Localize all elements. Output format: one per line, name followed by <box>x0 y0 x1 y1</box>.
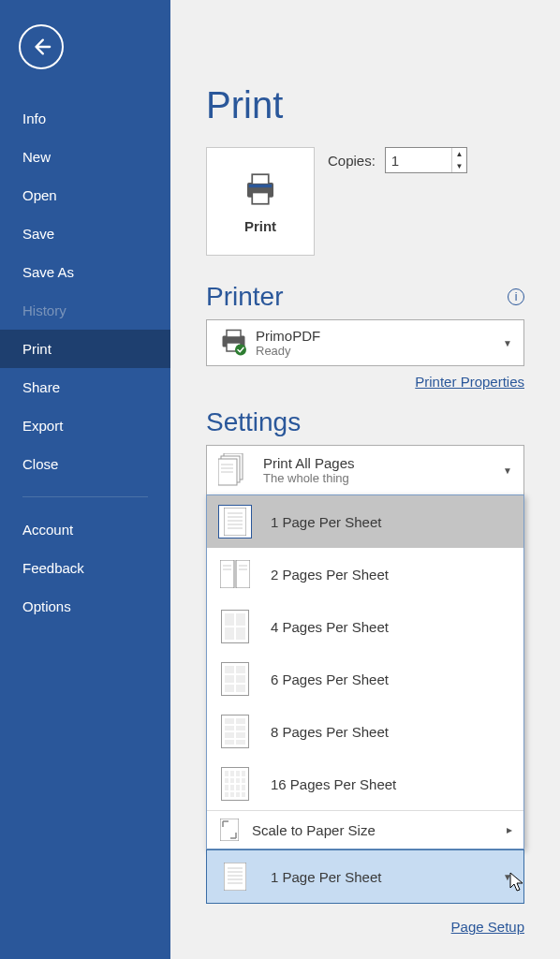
nav-share[interactable]: Share <box>0 368 170 406</box>
copies-spinner[interactable]: ▲ ▼ <box>385 147 467 173</box>
back-button[interactable] <box>19 24 64 69</box>
nav-new[interactable]: New <box>0 138 170 176</box>
print-range-selector[interactable]: Print All Pages The whole thing ▼ <box>206 445 524 494</box>
menu-label: 16 Pages Per Sheet <box>271 776 396 792</box>
menu-item-scale-to-paper[interactable]: Scale to Paper Size ▸ <box>207 811 523 848</box>
menu-label: 4 Pages Per Sheet <box>271 619 389 635</box>
copies-up[interactable]: ▲ <box>452 148 466 160</box>
selected-label: 1 Page Per Sheet <box>271 869 503 885</box>
svg-point-7 <box>235 345 246 356</box>
printer-ready-icon <box>218 329 256 357</box>
menu-label: 2 Pages Per Sheet <box>271 567 389 583</box>
menu-label: 6 Pages Per Sheet <box>271 671 389 687</box>
svg-rect-27 <box>224 863 246 891</box>
nav-divider <box>22 496 148 497</box>
nav-list: Info New Open Save Save As History Print… <box>0 99 170 626</box>
nav-account[interactable]: Account <box>0 510 170 549</box>
page-1up-icon <box>218 505 252 539</box>
page-2up-icon <box>218 557 252 591</box>
nav-open[interactable]: Open <box>0 176 170 214</box>
nav-close[interactable]: Close <box>0 445 170 483</box>
pages-per-sheet-menu: 1 Page Per Sheet 2 Pages Per Sheet 4 Pag… <box>206 494 524 849</box>
page-8up-icon <box>218 715 252 748</box>
nav-save-as[interactable]: Save As <box>0 253 170 291</box>
svg-rect-1 <box>252 174 269 184</box>
copies-input[interactable] <box>386 148 451 172</box>
printer-name: PrimoPDF <box>256 328 503 344</box>
print-button[interactable]: Print <box>206 147 315 256</box>
settings-heading: Settings <box>206 407 301 437</box>
printer-icon <box>241 170 280 209</box>
pages-per-sheet-selector[interactable]: 1 Page Per Sheet ▼ <box>206 849 524 904</box>
page-16up-icon <box>218 767 252 801</box>
print-button-label: Print <box>244 218 276 234</box>
menu-item-8-per-sheet[interactable]: 8 Pages Per Sheet <box>207 705 523 758</box>
nav-history: History <box>0 291 170 330</box>
svg-rect-21 <box>236 560 250 588</box>
page-4up-icon <box>218 610 252 643</box>
menu-item-2-per-sheet[interactable]: 2 Pages Per Sheet <box>207 548 523 600</box>
printer-info-icon[interactable]: i <box>508 288 524 305</box>
nav-save[interactable]: Save <box>0 214 170 253</box>
scale-icon <box>218 819 241 841</box>
menu-label: 8 Pages Per Sheet <box>271 724 389 740</box>
nav-print[interactable]: Print <box>0 330 170 368</box>
back-arrow-icon <box>31 37 52 57</box>
backstage-sidebar: Info New Open Save Save As History Print… <box>0 0 170 959</box>
menu-item-4-per-sheet[interactable]: 4 Pages Per Sheet <box>207 600 523 653</box>
page-setup-link[interactable]: Page Setup <box>451 919 524 935</box>
nav-options[interactable]: Options <box>0 587 170 626</box>
menu-item-6-per-sheet[interactable]: 6 Pages Per Sheet <box>207 653 523 705</box>
page-1up-icon <box>218 860 252 893</box>
printer-selector[interactable]: PrimoPDF Ready ▼ <box>206 319 524 366</box>
nav-feedback[interactable]: Feedback <box>0 549 170 587</box>
submenu-arrow-icon: ▸ <box>507 823 512 836</box>
chevron-down-icon: ▼ <box>503 465 512 476</box>
nav-info[interactable]: Info <box>0 99 170 138</box>
copies-label: Copies: <box>328 153 376 169</box>
menu-item-1-per-sheet[interactable]: 1 Page Per Sheet <box>207 495 523 548</box>
printer-heading: Printer <box>206 282 283 312</box>
cursor-icon <box>508 871 527 893</box>
pages-stack-icon <box>218 453 263 487</box>
copies-down[interactable]: ▼ <box>452 160 466 172</box>
nav-export[interactable]: Export <box>0 406 170 445</box>
printer-status: Ready <box>256 344 503 358</box>
svg-rect-20 <box>220 560 234 588</box>
svg-rect-2 <box>252 192 269 203</box>
print-range-sub: The whole thing <box>263 471 503 485</box>
menu-item-16-per-sheet[interactable]: 16 Pages Per Sheet <box>207 758 523 810</box>
printer-properties-link[interactable]: Printer Properties <box>415 374 524 390</box>
svg-rect-3 <box>249 184 273 187</box>
scale-label: Scale to Paper Size <box>252 822 376 838</box>
svg-rect-14 <box>224 508 246 536</box>
page-title: Print <box>206 84 560 126</box>
print-panel: Print Print Copies: ▲ ▼ Printer i <box>170 0 560 959</box>
menu-label: 1 Page Per Sheet <box>271 514 381 530</box>
print-range-label: Print All Pages <box>263 455 503 471</box>
page-6up-icon <box>218 662 252 696</box>
svg-rect-5 <box>227 331 241 338</box>
chevron-down-icon: ▼ <box>503 338 512 348</box>
